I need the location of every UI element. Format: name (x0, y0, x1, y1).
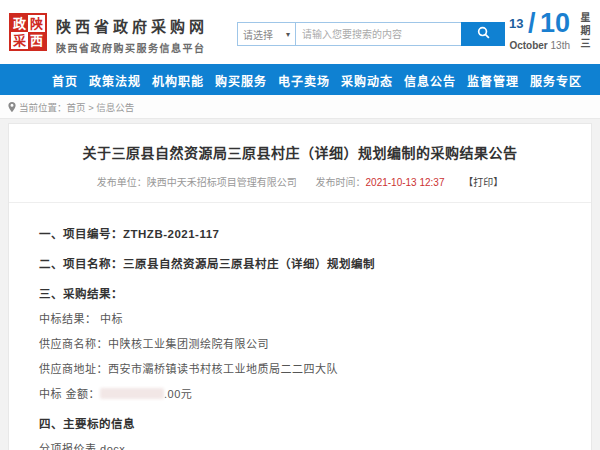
bid-amount: 中标 金额：.00元 (39, 385, 561, 401)
nav-item-functions[interactable]: 机构职能 (152, 72, 204, 89)
site-subtitle: 陕西省政府购买服务信息平台 (56, 40, 208, 55)
search-select-label: 请选择 (243, 27, 273, 42)
section-project-number: 一、项目编号：ZTHZB-2021-117 (39, 225, 561, 241)
nav-item-dynamics[interactable]: 采购动态 (341, 72, 393, 89)
print-button[interactable]: 【打印】 (463, 177, 503, 188)
site-logo: 政 陕 采 西 (9, 13, 47, 51)
article-content: 一、项目编号：ZTHZB-2021-117 二、项目名称：三原县自然资源局三原县… (9, 203, 591, 450)
breadcrumb: 当前位置：首页 > 信息公告 (0, 95, 600, 119)
publish-time-label: 发布时间： (316, 177, 366, 188)
site-names: 陕西省政府采购网 陕西省政府购买服务信息平台 (56, 15, 208, 55)
date-english: October 13th (509, 40, 570, 51)
bid-amount-label: 中标 金额： (39, 388, 100, 400)
supplier-address: 供应商地址：西安市灞桥镇读书村核工业地质局二二四大队 (39, 360, 561, 376)
logo-char: 政 (11, 15, 28, 32)
date-en-day: 13th (551, 40, 570, 51)
logo-char: 采 (11, 32, 28, 49)
date-slash: / (528, 8, 536, 38)
breadcrumb-text[interactable]: 当前位置：首页 > 信息公告 (19, 100, 134, 114)
logo-char: 陕 (28, 15, 45, 32)
search-icon (477, 26, 490, 42)
bid-amount-suffix: .00元 (164, 388, 192, 400)
redacted-amount (100, 388, 164, 399)
attachment-link[interactable]: 分项报价表.docx (39, 440, 561, 450)
nav-item-home[interactable]: 首页 (52, 72, 78, 89)
supplier-name: 供应商名称：中陕核工业集团测绘院有限公司 (39, 335, 561, 351)
date-numbers: 13 / 10 (509, 10, 570, 37)
publisher: 发布单位：陕西中天禾招标项目管理有限公司 (97, 177, 297, 188)
weekday-label: 星期三 (577, 12, 592, 51)
nav-item-purchase[interactable]: 购买服务 (215, 72, 267, 89)
logo-char: 西 (28, 32, 45, 49)
search-input[interactable] (295, 22, 461, 46)
site-header: 政 陕 采 西 陕西省政府采购网 陕西省政府购买服务信息平台 请选择 ▾ 13 … (0, 0, 600, 66)
location-pin-icon (8, 98, 16, 116)
article-title: 关于三原县自然资源局三原县村庄（详细）规划编制的采购结果公告 (9, 124, 591, 162)
search-button[interactable] (461, 22, 505, 46)
section-result-heading: 三、采购结果： (39, 285, 561, 301)
site-title: 陕西省政府采购网 (56, 15, 208, 36)
nav-item-supervision[interactable]: 监督管理 (467, 72, 519, 89)
publish-time: 发布时间：2021-10-13 12:37 (316, 177, 445, 188)
main-nav: 首页 政策法规 机构职能 购买服务 电子卖场 采购动态 信息公告 监督管理 服务… (0, 66, 600, 95)
section-subject-info: 四、主要标的信息 (39, 415, 561, 431)
section-project-name: 二、项目名称：三原县自然资源局三原县村庄（详细）规划编制 (39, 255, 561, 271)
search-bar: 请选择 ▾ (237, 22, 505, 46)
caret-down-icon: ▾ (286, 30, 290, 39)
bid-result: 中标结果： 中标 (39, 310, 561, 326)
article-meta: 发布单位：陕西中天禾招标项目管理有限公司 发布时间：2021-10-13 12:… (9, 162, 591, 203)
search-category-select[interactable]: 请选择 ▾ (237, 22, 295, 46)
nav-item-services[interactable]: 服务专区 (530, 72, 582, 89)
article-card: 关于三原县自然资源局三原县村庄（详细）规划编制的采购结果公告 发布单位：陕西中天… (8, 123, 592, 450)
nav-item-emarket[interactable]: 电子卖场 (278, 72, 330, 89)
nav-item-policies[interactable]: 政策法规 (89, 72, 141, 89)
date-en-month: October (509, 40, 547, 51)
date-day: 13 (509, 16, 523, 31)
nav-item-announcements[interactable]: 信息公告 (404, 72, 456, 89)
publish-time-value: 2021-10-13 12:37 (366, 177, 445, 188)
date-widget: 13 / 10 October 13th (509, 10, 570, 51)
date-month: 10 (540, 8, 570, 38)
